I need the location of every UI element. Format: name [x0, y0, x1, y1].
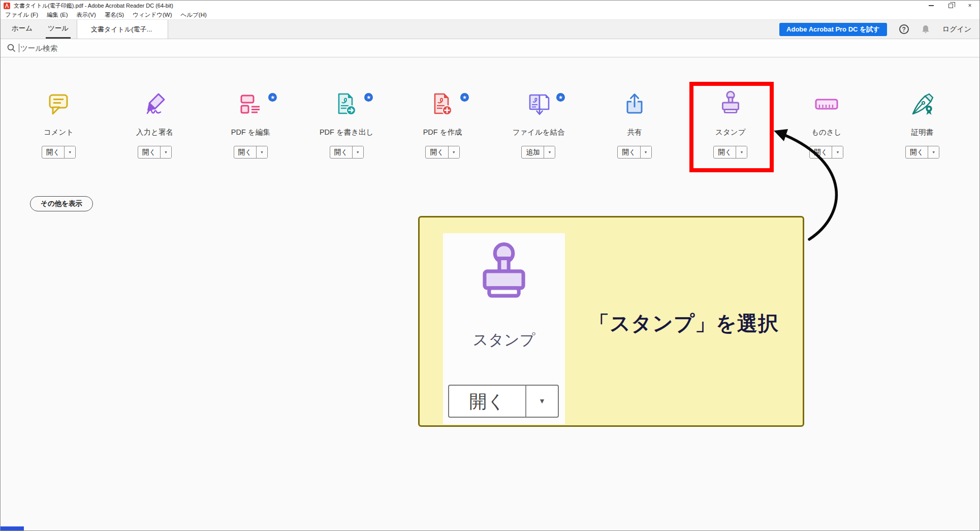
bottom-left-blue-strip: [1, 526, 24, 530]
tool-label: PDF を書き出し: [320, 128, 374, 137]
open-button[interactable]: 開く▼: [330, 146, 364, 159]
callout-stamp-label: スタンプ: [473, 330, 535, 351]
star-badge-icon: ★: [460, 93, 469, 102]
open-button[interactable]: 開く▼: [234, 146, 268, 159]
window-title: 文書タイトル(電子印鑑).pdf - Adobe Acrobat Reader …: [14, 2, 173, 10]
search-input[interactable]: [20, 44, 224, 52]
dropdown-caret-icon[interactable]: ▼: [832, 146, 843, 158]
star-badge-icon: ★: [268, 93, 277, 102]
restore-icon: [949, 4, 953, 8]
minimize-button[interactable]: [922, 1, 941, 11]
tool-label: 入力と署名: [136, 128, 173, 137]
dropdown-caret-icon[interactable]: ▼: [928, 146, 939, 158]
tool-edit-pdf: ★ PDF を編集 開く▼: [203, 91, 299, 159]
tool-label: ファイルを結合: [512, 128, 564, 137]
tool-search-bar: [1, 39, 979, 57]
menu-view[interactable]: 表示(V): [77, 11, 96, 19]
search-icon: [7, 44, 16, 52]
help-icon[interactable]: ?: [899, 24, 909, 34]
tools-panel: コメント 開く▼ 入力と署名 開く▼: [1, 58, 979, 530]
certificate-icon[interactable]: [909, 91, 936, 117]
edit-pdf-icon[interactable]: ★: [237, 91, 264, 117]
tool-combine-files: ★ ファイルを結合 追加▼: [491, 91, 587, 159]
tool-certificate: 証明書 開く▼: [874, 91, 970, 159]
open-button[interactable]: 開く▼: [138, 146, 172, 159]
share-icon[interactable]: [621, 91, 648, 117]
tab-document[interactable]: 文書タイトル(電子...: [77, 20, 168, 39]
restore-button[interactable]: [941, 1, 960, 11]
minimize-icon: [929, 5, 934, 6]
dropdown-caret-icon: ▼: [526, 386, 558, 417]
dropdown-caret-icon[interactable]: ▼: [544, 146, 555, 158]
open-button[interactable]: 開く▼: [809, 146, 843, 159]
notifications-bell-icon[interactable]: [921, 24, 930, 34]
measure-icon[interactable]: [813, 91, 840, 117]
tool-label: PDF を編集: [231, 128, 270, 137]
login-link[interactable]: ログイン: [942, 25, 971, 34]
tool-label: コメント: [44, 128, 74, 137]
stamp-tool-zoom-panel: スタンプ 開く▼: [443, 233, 565, 424]
instruction-text: 「スタンプ」を選択: [567, 308, 801, 338]
menu-bar: ファイル (F) 編集 (E) 表示(V) 署名(S) ウィンドウ(W) ヘルプ…: [1, 11, 979, 20]
try-acrobat-pro-button[interactable]: Adobe Acrobat Pro DC を試す: [779, 23, 887, 36]
fill-sign-icon[interactable]: [141, 91, 168, 117]
tool-label: PDF を作成: [423, 128, 462, 137]
dropdown-caret-icon[interactable]: ▼: [641, 146, 651, 158]
tool-create-pdf: ★ PDF を作成 開く▼: [395, 91, 491, 159]
dropdown-caret-icon[interactable]: ▼: [449, 146, 459, 158]
add-button[interactable]: 追加▼: [521, 146, 555, 159]
create-pdf-icon[interactable]: ★: [429, 91, 456, 117]
tool-label: 共有: [627, 128, 642, 137]
export-pdf-icon[interactable]: ★: [333, 91, 360, 117]
tab-bar: ホーム ツール 文書タイトル(電子... Adobe Acrobat Pro D…: [1, 20, 979, 39]
menu-sign[interactable]: 署名(S): [105, 11, 124, 19]
tab-tools[interactable]: ツール: [46, 20, 71, 39]
text-caret: [19, 44, 19, 52]
callout-open-button: 開く▼: [448, 385, 559, 418]
open-button[interactable]: 開く▼: [617, 146, 651, 159]
menu-edit[interactable]: 編集 (E): [47, 11, 68, 19]
open-button[interactable]: 開く▼: [905, 146, 939, 159]
instruction-callout: スタンプ 開く▼ 「スタンプ」を選択: [418, 216, 804, 427]
show-more-button[interactable]: その他を表示: [30, 196, 93, 211]
menu-file[interactable]: ファイル (F): [5, 11, 38, 19]
dropdown-caret-icon[interactable]: ▼: [257, 146, 267, 158]
window-controls: ×: [922, 1, 979, 11]
menu-help[interactable]: ヘルプ(H): [181, 11, 207, 19]
dropdown-caret-icon[interactable]: ▼: [161, 146, 171, 158]
tools-grid: コメント 開く▼ 入力と署名 開く▼: [11, 91, 970, 159]
tool-label: ものさし: [811, 128, 841, 137]
open-button[interactable]: 開く▼: [42, 146, 76, 159]
stamp-icon-large: [476, 240, 532, 307]
tool-share: 共有 開く▼: [586, 91, 682, 159]
menu-window[interactable]: ウィンドウ(W): [133, 11, 172, 19]
tab-home[interactable]: ホーム: [10, 20, 35, 39]
close-button[interactable]: ×: [960, 1, 979, 11]
stamp-highlight-box: [689, 82, 774, 172]
open-button[interactable]: 開く▼: [425, 146, 459, 159]
tool-comment: コメント 開く▼: [11, 91, 107, 159]
star-badge-icon: ★: [364, 93, 373, 102]
tool-label: 証明書: [911, 128, 934, 137]
adobe-reader-logo-icon: [4, 3, 10, 9]
star-badge-icon: ★: [556, 93, 565, 102]
tool-measure: ものさし 開く▼: [778, 91, 874, 159]
combine-files-icon[interactable]: ★: [525, 91, 552, 117]
title-bar: 文書タイトル(電子印鑑).pdf - Adobe Acrobat Reader …: [1, 1, 979, 11]
dropdown-caret-icon[interactable]: ▼: [353, 146, 363, 158]
tool-fill-sign: 入力と署名 開く▼: [107, 91, 203, 159]
dropdown-caret-icon[interactable]: ▼: [65, 146, 75, 158]
comment-icon[interactable]: [45, 91, 72, 117]
tool-export-pdf: ★ PDF を書き出し 開く▼: [299, 91, 395, 159]
